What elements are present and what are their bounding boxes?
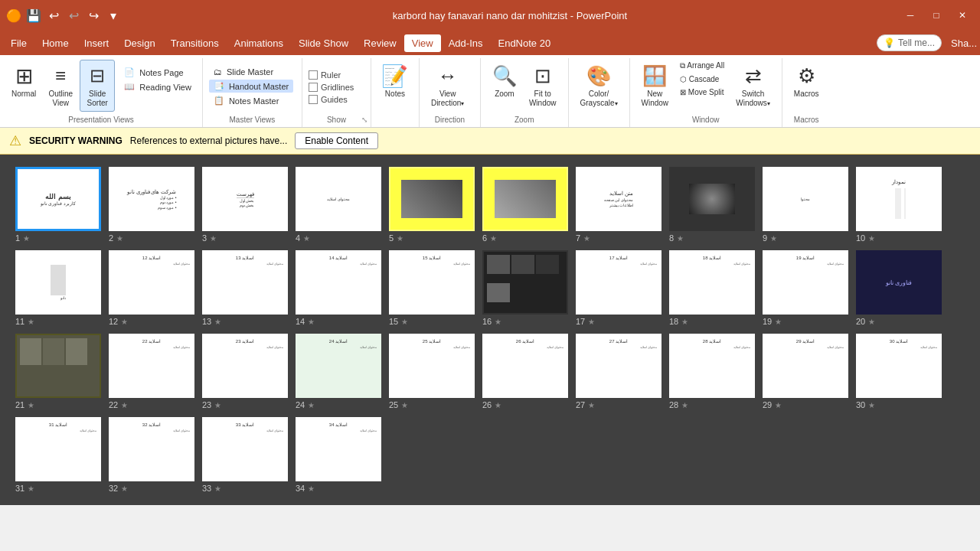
slide-sorter-button[interactable]: ⊟ SlideSorter [80, 60, 115, 112]
tell-me-box[interactable]: 💡 Tell me... [877, 34, 942, 51]
slide-bookmark-icon[interactable]: ★ [121, 484, 128, 493]
slide-thumb-31[interactable]: اسلاید 31محتوای اسلاید31★ [15, 417, 101, 493]
slide-bookmark-icon[interactable]: ★ [308, 401, 315, 409]
restore-button[interactable]: □ [925, 8, 948, 23]
notes-button[interactable]: 📝 Notes [377, 60, 413, 103]
menu-transitions[interactable]: Transitions [163, 34, 227, 52]
ruler-checkbox[interactable] [309, 70, 318, 80]
slide-thumb-26[interactable]: اسلاید 26محتوای اسلاید26★ [482, 334, 568, 409]
arrange-all-button[interactable]: ⧉ Arrange All [675, 60, 729, 72]
slide-thumb-2[interactable]: شرکت های فناوری نانو• مورد اول• مورد دوم… [109, 167, 194, 243]
slide-bookmark-icon[interactable]: ★ [23, 234, 30, 243]
zoom-button[interactable]: 🔍 Zoom [487, 60, 522, 112]
slide-bookmark-icon[interactable]: ★ [214, 318, 221, 326]
slide-bookmark-icon[interactable]: ★ [214, 401, 221, 409]
menu-addins[interactable]: Add-Ins [441, 34, 491, 52]
slide-bookmark-icon[interactable]: ★ [588, 401, 595, 409]
slide-bookmark-icon[interactable]: ★ [775, 318, 782, 326]
slide-bookmark-icon[interactable]: ★ [681, 318, 688, 326]
handout-master-button[interactable]: 📑 Handout Master [209, 80, 293, 93]
slide-thumb-28[interactable]: اسلاید 28محتوای اسلاید28★ [669, 334, 755, 409]
slide-thumb-25[interactable]: اسلاید 25محتوای اسلاید25★ [389, 334, 475, 409]
notes-master-button[interactable]: 📋 Notes Master [209, 94, 293, 107]
slide-bookmark-icon[interactable]: ★ [495, 318, 501, 326]
enable-content-button[interactable]: Enable Content [295, 132, 378, 149]
color-grayscale-button[interactable]: 🎨 Color/Grayscale▾ [575, 60, 623, 112]
slide-thumb-1[interactable]: بسم اللهکاربرد فناوری نانو1★ [15, 167, 101, 243]
slide-master-button[interactable]: 🗂 Slide Master [209, 66, 293, 78]
slide-thumb-22[interactable]: اسلاید 22محتوای اسلاید22★ [109, 334, 194, 409]
normal-button[interactable]: ⊞ Normal [6, 60, 41, 103]
menu-file[interactable]: File [3, 34, 34, 52]
slide-bookmark-icon[interactable]: ★ [588, 318, 595, 326]
slide-bookmark-icon[interactable]: ★ [397, 234, 403, 243]
slide-thumb-30[interactable]: اسلاید 30محتوای اسلاید30★ [856, 334, 942, 409]
slide-thumb-13[interactable]: اسلاید 13محتوای اسلاید13★ [202, 250, 288, 326]
show-expand-icon[interactable]: ⤡ [361, 116, 368, 124]
slide-bookmark-icon[interactable]: ★ [121, 401, 128, 409]
slide-bookmark-icon[interactable]: ★ [308, 484, 315, 493]
slide-bookmark-icon[interactable]: ★ [681, 401, 688, 409]
customize-icon[interactable]: ▾ [106, 8, 121, 23]
macros-button[interactable]: ⚙ Macros [789, 60, 825, 103]
slide-bookmark-icon[interactable]: ★ [583, 234, 590, 243]
slide-thumb-34[interactable]: اسلاید 34محتوای اسلاید34★ [296, 417, 381, 493]
slide-thumb-8[interactable]: 8★ [669, 167, 755, 243]
slide-bookmark-icon[interactable]: ★ [28, 401, 34, 409]
slide-bookmark-icon[interactable]: ★ [28, 484, 34, 493]
slide-bookmark-icon[interactable]: ★ [116, 234, 123, 243]
menu-animations[interactable]: Animations [227, 34, 291, 52]
share-button[interactable]: Sha... [951, 37, 977, 49]
slide-thumb-33[interactable]: اسلاید 33محتوای اسلاید33★ [202, 417, 288, 493]
slide-thumb-6[interactable]: 6★ [482, 167, 568, 243]
slide-bookmark-icon[interactable]: ★ [401, 401, 408, 409]
slide-bookmark-icon[interactable]: ★ [210, 234, 217, 243]
slide-thumb-4[interactable]: محتوای اسلاید4★ [296, 167, 381, 243]
slide-thumb-18[interactable]: اسلاید 18محتوای اسلاید18★ [669, 250, 755, 326]
slide-bookmark-icon[interactable]: ★ [495, 401, 501, 409]
redo-icon[interactable]: ↪ [86, 8, 101, 23]
slide-thumb-32[interactable]: اسلاید 32محتوای اسلاید32★ [109, 417, 194, 493]
notes-page-button[interactable]: 📄 Notes Page [119, 66, 196, 79]
move-split-button[interactable]: ⊠ Move Split [675, 86, 729, 98]
slide-bookmark-icon[interactable]: ★ [868, 234, 875, 243]
slide-thumb-19[interactable]: اسلاید 19محتوای اسلاید19★ [763, 250, 848, 326]
slide-bookmark-icon[interactable]: ★ [28, 318, 34, 326]
slide-thumb-17[interactable]: اسلاید 17محتوای اسلاید17★ [576, 250, 662, 326]
slide-thumb-21[interactable]: 21★ [15, 334, 101, 409]
menu-view[interactable]: View [404, 34, 441, 52]
slide-thumb-24[interactable]: اسلاید 24محتوای اسلاید24★ [296, 334, 381, 409]
slide-thumb-23[interactable]: اسلاید 23محتوای اسلاید23★ [202, 334, 288, 409]
undo-arrow-icon[interactable]: ↩ [66, 8, 81, 23]
close-button[interactable]: ✕ [951, 8, 974, 23]
slide-thumb-5[interactable]: 5★ [389, 167, 475, 243]
slide-bookmark-icon[interactable]: ★ [677, 234, 684, 243]
reading-view-button[interactable]: 📖 Reading View [119, 80, 196, 93]
slide-thumb-15[interactable]: اسلاید 15محتوای اسلاید15★ [389, 250, 475, 326]
view-direction-button[interactable]: ↔ ViewDirection▾ [426, 60, 469, 112]
slide-bookmark-icon[interactable]: ★ [214, 484, 221, 493]
outline-view-button[interactable]: ≡ OutlineView [43, 60, 78, 112]
guides-checkbox[interactable] [309, 95, 318, 104]
save-icon[interactable]: 💾 [26, 8, 41, 23]
slide-thumb-20[interactable]: فناوری نانو20★ [856, 250, 942, 326]
slide-thumb-12[interactable]: اسلاید 12محتوای اسلاید12★ [109, 250, 194, 326]
slide-bookmark-icon[interactable]: ★ [775, 401, 782, 409]
menu-design[interactable]: Design [116, 34, 162, 52]
slide-bookmark-icon[interactable]: ★ [868, 318, 875, 326]
slide-thumb-11[interactable]: نانو11★ [15, 250, 101, 326]
slide-bookmark-icon[interactable]: ★ [308, 318, 315, 326]
fit-to-window-button[interactable]: ⊡ Fit toWindow [524, 60, 562, 112]
menu-home[interactable]: Home [34, 34, 77, 52]
slide-bookmark-icon[interactable]: ★ [490, 234, 497, 243]
slide-bookmark-icon[interactable]: ★ [121, 318, 128, 326]
slide-bookmark-icon[interactable]: ★ [868, 401, 875, 409]
undo-icon[interactable]: ↩ [46, 8, 61, 23]
menu-insert[interactable]: Insert [77, 34, 117, 52]
minimize-button[interactable]: ─ [899, 8, 922, 23]
menu-review[interactable]: Review [356, 34, 404, 52]
slide-bookmark-icon[interactable]: ★ [303, 234, 310, 243]
slide-thumb-16[interactable]: 16★ [482, 250, 568, 326]
slide-thumb-7[interactable]: متن اسلایدمحتوای این صفحهاطلاعات بیشتر7★ [576, 167, 662, 243]
slide-thumb-9[interactable]: محتوا9★ [763, 167, 848, 243]
